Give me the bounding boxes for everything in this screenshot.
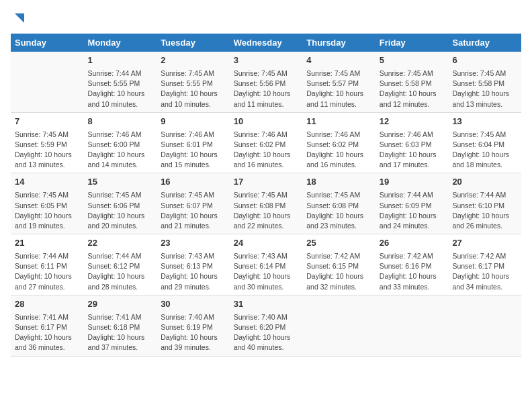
day-info: Sunrise: 7:43 AM Sunset: 6:14 PM Dayligh… xyxy=(234,251,299,292)
calendar-cell: 20Sunrise: 7:44 AM Sunset: 6:10 PM Dayli… xyxy=(448,173,521,234)
calendar-cell: 16Sunrise: 7:45 AM Sunset: 6:07 PM Dayli… xyxy=(157,173,230,234)
calendar-week-row: 14Sunrise: 7:45 AM Sunset: 6:05 PM Dayli… xyxy=(11,173,521,234)
calendar-cell xyxy=(448,295,521,356)
day-info: Sunrise: 7:46 AM Sunset: 6:02 PM Dayligh… xyxy=(306,130,371,171)
calendar-week-row: 21Sunrise: 7:44 AM Sunset: 6:11 PM Dayli… xyxy=(11,234,521,295)
day-number: 4 xyxy=(306,54,371,67)
day-number: 13 xyxy=(452,116,517,128)
day-info: Sunrise: 7:41 AM Sunset: 6:18 PM Dayligh… xyxy=(88,312,153,353)
calendar-cell: 10Sunrise: 7:46 AM Sunset: 6:02 PM Dayli… xyxy=(230,112,303,173)
day-number: 27 xyxy=(452,237,517,250)
column-header-wednesday: Wednesday xyxy=(230,34,303,52)
calendar-cell: 5Sunrise: 7:45 AM Sunset: 5:58 PM Daylig… xyxy=(375,52,449,112)
calendar-cell: 12Sunrise: 7:46 AM Sunset: 6:03 PM Dayli… xyxy=(375,112,449,173)
calendar-cell: 14Sunrise: 7:45 AM Sunset: 6:05 PM Dayli… xyxy=(11,173,84,234)
column-header-sunday: Sunday xyxy=(11,34,84,52)
day-number: 17 xyxy=(234,176,299,189)
day-number: 21 xyxy=(15,237,80,250)
logo xyxy=(11,11,26,26)
day-info: Sunrise: 7:46 AM Sunset: 6:01 PM Dayligh… xyxy=(161,130,226,171)
day-info: Sunrise: 7:45 AM Sunset: 5:56 PM Dayligh… xyxy=(234,68,299,109)
day-info: Sunrise: 7:44 AM Sunset: 5:55 PM Dayligh… xyxy=(88,68,153,109)
calendar-week-row: 7Sunrise: 7:45 AM Sunset: 5:59 PM Daylig… xyxy=(11,112,521,173)
day-number: 14 xyxy=(15,176,80,189)
day-info: Sunrise: 7:45 AM Sunset: 6:05 PM Dayligh… xyxy=(15,190,80,231)
day-number: 31 xyxy=(234,298,299,311)
day-number: 5 xyxy=(380,54,445,67)
day-info: Sunrise: 7:42 AM Sunset: 6:16 PM Dayligh… xyxy=(380,251,445,292)
column-header-thursday: Thursday xyxy=(302,34,375,52)
calendar-cell: 21Sunrise: 7:44 AM Sunset: 6:11 PM Dayli… xyxy=(11,234,84,295)
calendar-cell: 13Sunrise: 7:45 AM Sunset: 6:04 PM Dayli… xyxy=(448,112,521,173)
day-number: 10 xyxy=(234,116,299,128)
day-info: Sunrise: 7:46 AM Sunset: 6:03 PM Dayligh… xyxy=(380,130,445,171)
day-info: Sunrise: 7:45 AM Sunset: 5:58 PM Dayligh… xyxy=(452,68,517,109)
day-number: 9 xyxy=(161,116,226,128)
day-info: Sunrise: 7:45 AM Sunset: 6:04 PM Dayligh… xyxy=(452,130,517,171)
calendar-cell: 8Sunrise: 7:46 AM Sunset: 6:00 PM Daylig… xyxy=(84,112,157,173)
calendar-cell: 22Sunrise: 7:44 AM Sunset: 6:12 PM Dayli… xyxy=(84,234,157,295)
day-number: 19 xyxy=(380,176,445,189)
day-number: 22 xyxy=(88,237,153,250)
column-header-monday: Monday xyxy=(84,34,157,52)
calendar-cell: 9Sunrise: 7:46 AM Sunset: 6:01 PM Daylig… xyxy=(157,112,230,173)
calendar-cell: 18Sunrise: 7:45 AM Sunset: 6:08 PM Dayli… xyxy=(302,173,375,234)
calendar-cell xyxy=(375,295,449,356)
calendar-week-row: 1Sunrise: 7:44 AM Sunset: 5:55 PM Daylig… xyxy=(11,52,521,112)
day-number: 29 xyxy=(88,298,153,311)
calendar-cell: 19Sunrise: 7:44 AM Sunset: 6:09 PM Dayli… xyxy=(375,173,449,234)
day-info: Sunrise: 7:44 AM Sunset: 6:09 PM Dayligh… xyxy=(380,190,445,231)
column-header-saturday: Saturday xyxy=(448,34,521,52)
calendar-header-row: SundayMondayTuesdayWednesdayThursdayFrid… xyxy=(11,34,521,52)
day-number: 7 xyxy=(15,116,80,128)
day-number: 16 xyxy=(161,176,226,189)
day-number: 25 xyxy=(306,237,371,250)
calendar-cell: 15Sunrise: 7:45 AM Sunset: 6:06 PM Dayli… xyxy=(84,173,157,234)
calendar-cell: 26Sunrise: 7:42 AM Sunset: 6:16 PM Dayli… xyxy=(375,234,449,295)
day-info: Sunrise: 7:41 AM Sunset: 6:17 PM Dayligh… xyxy=(15,312,80,353)
day-info: Sunrise: 7:46 AM Sunset: 6:00 PM Dayligh… xyxy=(88,130,153,171)
calendar-cell xyxy=(302,295,375,356)
day-number: 15 xyxy=(88,176,153,189)
calendar-cell: 30Sunrise: 7:40 AM Sunset: 6:19 PM Dayli… xyxy=(157,295,230,356)
day-number: 11 xyxy=(306,116,371,128)
day-info: Sunrise: 7:44 AM Sunset: 6:12 PM Dayligh… xyxy=(88,251,153,292)
day-number: 20 xyxy=(452,176,517,189)
day-number: 30 xyxy=(161,298,226,311)
calendar-cell: 4Sunrise: 7:45 AM Sunset: 5:57 PM Daylig… xyxy=(302,52,375,112)
calendar-table: SundayMondayTuesdayWednesdayThursdayFrid… xyxy=(11,34,521,357)
day-info: Sunrise: 7:42 AM Sunset: 6:15 PM Dayligh… xyxy=(306,251,371,292)
day-number: 8 xyxy=(88,116,153,128)
day-number: 23 xyxy=(161,237,226,250)
day-info: Sunrise: 7:40 AM Sunset: 6:19 PM Dayligh… xyxy=(161,312,226,353)
day-info: Sunrise: 7:40 AM Sunset: 6:20 PM Dayligh… xyxy=(234,312,299,353)
day-number: 12 xyxy=(380,116,445,128)
day-info: Sunrise: 7:45 AM Sunset: 6:08 PM Dayligh… xyxy=(306,190,371,231)
calendar-cell: 27Sunrise: 7:42 AM Sunset: 6:17 PM Dayli… xyxy=(448,234,521,295)
day-number: 2 xyxy=(161,54,226,67)
day-number: 18 xyxy=(306,176,371,189)
day-number: 28 xyxy=(15,298,80,311)
day-info: Sunrise: 7:45 AM Sunset: 6:06 PM Dayligh… xyxy=(88,190,153,231)
calendar-cell: 11Sunrise: 7:46 AM Sunset: 6:02 PM Dayli… xyxy=(302,112,375,173)
calendar-cell: 24Sunrise: 7:43 AM Sunset: 6:14 PM Dayli… xyxy=(230,234,303,295)
calendar-cell: 2Sunrise: 7:45 AM Sunset: 5:55 PM Daylig… xyxy=(157,52,230,112)
calendar-cell: 6Sunrise: 7:45 AM Sunset: 5:58 PM Daylig… xyxy=(448,52,521,112)
day-number: 3 xyxy=(234,54,299,67)
calendar-cell xyxy=(11,52,84,112)
calendar-cell: 29Sunrise: 7:41 AM Sunset: 6:18 PM Dayli… xyxy=(84,295,157,356)
column-header-friday: Friday xyxy=(375,34,449,52)
calendar-cell: 3Sunrise: 7:45 AM Sunset: 5:56 PM Daylig… xyxy=(230,52,303,112)
day-info: Sunrise: 7:44 AM Sunset: 6:10 PM Dayligh… xyxy=(452,190,517,231)
calendar-cell: 23Sunrise: 7:43 AM Sunset: 6:13 PM Dayli… xyxy=(157,234,230,295)
day-info: Sunrise: 7:43 AM Sunset: 6:13 PM Dayligh… xyxy=(161,251,226,292)
day-number: 1 xyxy=(88,54,153,67)
calendar-cell: 31Sunrise: 7:40 AM Sunset: 6:20 PM Dayli… xyxy=(230,295,303,356)
day-info: Sunrise: 7:46 AM Sunset: 6:02 PM Dayligh… xyxy=(234,130,299,171)
day-info: Sunrise: 7:44 AM Sunset: 6:11 PM Dayligh… xyxy=(15,251,80,292)
column-header-tuesday: Tuesday xyxy=(157,34,230,52)
day-info: Sunrise: 7:45 AM Sunset: 5:55 PM Dayligh… xyxy=(161,68,226,109)
calendar-week-row: 28Sunrise: 7:41 AM Sunset: 6:17 PM Dayli… xyxy=(11,295,521,356)
logo-icon xyxy=(11,11,26,26)
day-number: 24 xyxy=(234,237,299,250)
